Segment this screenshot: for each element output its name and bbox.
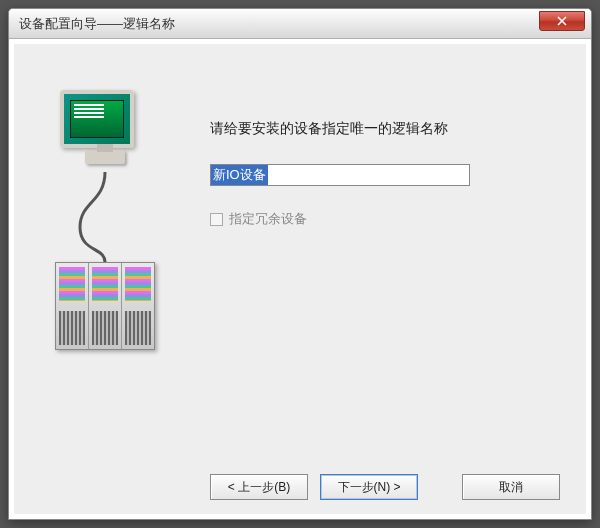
logical-name-input[interactable]: 新IO设备 [210,164,470,186]
wizard-window: 设备配置向导——逻辑名称 请给要安装的设备指定唯一的逻辑名称 新IO设备 [8,8,592,520]
main-area: 请给要安装的设备指定唯一的逻辑名称 新IO设备 指定冗余设备 [40,70,560,460]
server-rack-icon [55,262,155,350]
window-title: 设备配置向导——逻辑名称 [19,15,539,33]
redundant-checkbox-row: 指定冗余设备 [210,210,560,228]
close-button[interactable] [539,11,585,31]
redundant-checkbox[interactable] [210,213,223,226]
next-button[interactable]: 下一步(N) > [320,474,418,500]
button-row: < 上一步(B) 下一步(N) > 取消 [40,460,560,500]
back-button[interactable]: < 上一步(B) [210,474,308,500]
cable-icon [75,172,135,262]
content-area: 请给要安装的设备指定唯一的逻辑名称 新IO设备 指定冗余设备 < 上一步(B) … [13,43,587,515]
wizard-illustration [40,70,170,460]
titlebar: 设备配置向导——逻辑名称 [9,9,591,39]
monitor-icon [60,90,150,168]
close-icon [557,16,567,26]
instruction-label: 请给要安装的设备指定唯一的逻辑名称 [210,120,560,138]
input-selected-text: 新IO设备 [211,165,268,185]
form-area: 请给要安装的设备指定唯一的逻辑名称 新IO设备 指定冗余设备 [210,70,560,460]
redundant-checkbox-label: 指定冗余设备 [229,210,307,228]
cancel-button[interactable]: 取消 [462,474,560,500]
